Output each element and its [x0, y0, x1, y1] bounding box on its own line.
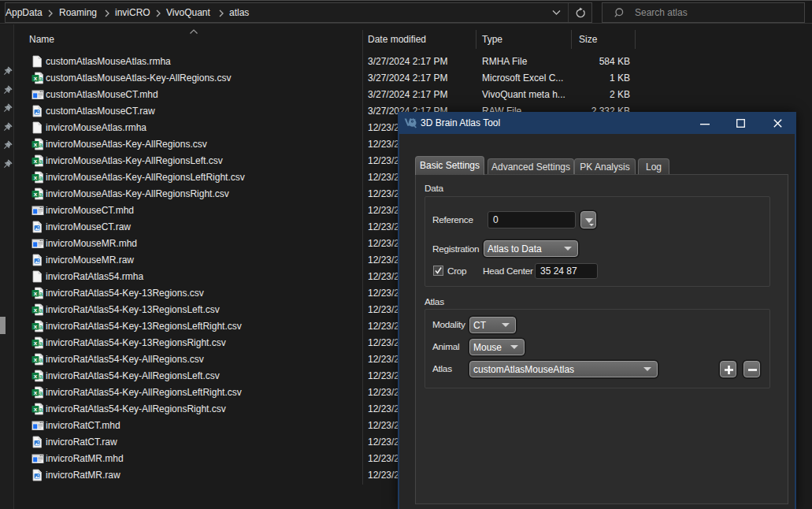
svg-text:x: x — [34, 373, 38, 380]
svg-text:x: x — [34, 174, 38, 181]
svg-text:x: x — [34, 356, 38, 363]
svg-text:a: a — [39, 340, 43, 347]
svg-text:x: x — [34, 191, 38, 198]
svg-text:a: a — [39, 158, 43, 165]
svg-text:x: x — [34, 389, 38, 396]
svg-text:x: x — [34, 340, 38, 347]
svg-text:a: a — [39, 323, 43, 331]
svg-text:a: a — [39, 191, 43, 199]
svg-text:x: x — [34, 75, 38, 82]
svg-text:x: x — [34, 290, 38, 297]
svg-text:x: x — [34, 158, 38, 165]
svg-text:a: a — [39, 406, 43, 414]
svg-text:a: a — [39, 174, 43, 182]
svg-text:a: a — [39, 141, 43, 149]
svg-text:a: a — [39, 389, 43, 397]
svg-text:x: x — [34, 141, 38, 148]
svg-text:a: a — [39, 373, 43, 381]
svg-text:a: a — [39, 307, 43, 314]
svg-text:x: x — [34, 406, 38, 413]
svg-text:a: a — [39, 356, 43, 364]
svg-text:x: x — [34, 307, 38, 314]
svg-text:a: a — [39, 75, 43, 83]
svg-text:x: x — [34, 323, 38, 330]
svg-text:a: a — [39, 290, 43, 298]
